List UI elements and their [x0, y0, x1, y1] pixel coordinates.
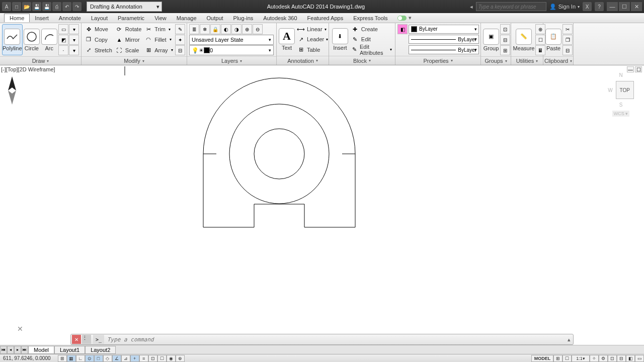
tab-insert[interactable]: Insert [30, 14, 54, 22]
move-button[interactable]: ✥Move [84, 24, 113, 34]
offset-icon[interactable]: ⊟ [175, 45, 185, 55]
group-button[interactable]: ▣ Group [483, 24, 499, 55]
copy-clip-icon[interactable]: ❐ [562, 35, 573, 45]
redo-icon[interactable]: ↷ [72, 2, 82, 11]
tab-home[interactable]: Home [4, 14, 30, 22]
tpy-toggle[interactable]: ⊡ [148, 355, 157, 362]
grid-toggle[interactable]: ▦ [67, 355, 76, 362]
panel-groups[interactable]: Groups [481, 56, 511, 65]
tab-manage[interactable]: Manage [172, 14, 202, 22]
cut-icon[interactable]: ✂ [562, 24, 573, 34]
panel-properties[interactable]: Properties [395, 56, 480, 65]
editattrs-button[interactable]: ✎Edit Attributes▾ [350, 45, 393, 55]
matchprops-icon[interactable]: ◧ [397, 24, 408, 34]
mirror-button[interactable]: ▲Mirror [114, 35, 142, 45]
tab-output[interactable]: Output [202, 14, 228, 22]
undo-icon[interactable]: ↶ [62, 2, 71, 11]
arc-button[interactable]: Arc [41, 24, 57, 55]
otrack-toggle[interactable]: ∠ [112, 355, 121, 362]
command-line[interactable]: ✕ ⋮ >_ ▴ [70, 334, 574, 345]
palette-close-icon[interactable]: ✕ [17, 325, 23, 333]
close-button[interactable]: ✕ [631, 2, 642, 11]
table-button[interactable]: ⊞Table [296, 45, 329, 55]
cmd-close-icon[interactable]: ✕ [72, 335, 81, 344]
ortho-toggle[interactable]: ∟ [76, 355, 85, 362]
signin-button[interactable]: 👤Sign In▾ [549, 4, 580, 10]
trim-button[interactable]: ✂Trim▾ [143, 24, 174, 34]
print-icon[interactable]: ⎙ [52, 2, 61, 11]
panel-layers[interactable]: Layers [187, 56, 276, 65]
vp-minimize-icon[interactable]: — [627, 66, 634, 72]
sc-toggle[interactable]: ◉ [167, 355, 176, 362]
polar-toggle[interactable]: ⊙ [85, 355, 94, 362]
circle-button[interactable]: Circle [24, 24, 40, 55]
save-icon[interactable]: 💾 [32, 2, 41, 11]
layerprops-icon[interactable]: ≣ [189, 24, 199, 34]
dd3[interactable]: ▾ [69, 45, 79, 55]
dyn-toggle[interactable]: + [130, 355, 139, 362]
clean-toggle[interactable]: ▭ [635, 355, 644, 362]
panel-block[interactable]: Block [329, 56, 395, 65]
linetype-dropdown[interactable]: ByLayer [409, 45, 479, 54]
qp-toggle[interactable]: ☐ [157, 355, 167, 362]
drawing-viewport[interactable]: [-][Top][2D Wireframe] N W TOP S W [0, 65, 644, 336]
panel-annotation[interactable]: Annotation [277, 56, 329, 65]
exchange-icon[interactable]: X [583, 2, 592, 11]
tab-annotate[interactable]: Annotate [54, 14, 86, 22]
panel-modify[interactable]: Modify [82, 56, 187, 65]
scale-button[interactable]: ⛶Scale [114, 45, 142, 55]
panel-clipboard[interactable]: Clipboard [543, 56, 573, 65]
stretch-button[interactable]: ⤢Stretch [84, 45, 113, 55]
maximize-button[interactable]: ☐ [619, 2, 630, 11]
copy-button[interactable]: ❐Copy [84, 35, 113, 45]
polyline-button[interactable]: Polyline [2, 24, 23, 55]
tab-layout[interactable]: Layout [86, 14, 113, 22]
cmd-history-icon[interactable]: ▴ [565, 336, 573, 343]
text-button[interactable]: A Text [279, 24, 295, 55]
scale-dd[interactable]: 1:1▾ [572, 355, 590, 362]
point-icon[interactable]: · [58, 45, 68, 55]
minimize-button[interactable]: — [607, 2, 618, 11]
explode-icon[interactable]: ✦ [175, 35, 185, 45]
saveas-icon[interactable]: 💾 [42, 2, 51, 11]
color-dropdown[interactable]: ByLayer [409, 25, 479, 34]
measure-button[interactable]: 📏 Measure [513, 24, 534, 55]
tab-next-icon[interactable]: ▸ [14, 346, 21, 354]
panel-utilities[interactable]: Utilities [511, 56, 543, 65]
paste-button[interactable]: 📋 Paste [545, 24, 561, 55]
cmd-handle-icon[interactable]: ⋮ [82, 335, 91, 344]
help-icon[interactable]: ? [595, 2, 604, 11]
rect-icon[interactable]: ▭ [58, 24, 68, 34]
create-button[interactable]: ✚Create [350, 24, 393, 34]
am-toggle[interactable]: ⊕ [176, 355, 185, 362]
command-input[interactable] [104, 335, 565, 344]
dd2[interactable]: ▾ [69, 35, 79, 45]
leader-button[interactable]: ↗Leader▾ [296, 34, 329, 44]
tab-layout1[interactable]: Layout1 [54, 346, 85, 354]
fillet-button[interactable]: ◠Fillet▾ [143, 35, 174, 45]
model-pill[interactable]: MODEL [531, 355, 553, 362]
array-button[interactable]: ⊞Array▾ [143, 45, 174, 55]
layer-dropdown[interactable]: 💡☀0 [189, 45, 274, 55]
viewcube-wcs[interactable]: WCS ▾ [612, 111, 630, 117]
rotate-button[interactable]: ⟳Rotate [114, 24, 142, 34]
workspace-dropdown[interactable]: Drafting & Annotation [87, 2, 162, 12]
lwt-toggle[interactable]: ≡ [139, 355, 148, 362]
new-icon[interactable]: □ [12, 2, 21, 11]
editblock-button[interactable]: ✎Edit [350, 34, 393, 44]
tab-view[interactable]: View [149, 14, 172, 22]
tab-model[interactable]: Model [28, 346, 54, 354]
panel-draw[interactable]: Draw [0, 56, 81, 65]
tab-plugins[interactable]: Plug-ins [228, 14, 259, 22]
osnap-toggle[interactable]: □ [94, 355, 103, 362]
hatch-icon[interactable]: ◩ [58, 35, 68, 45]
3dosnap-toggle[interactable]: ◇ [103, 355, 112, 362]
insertblock-button[interactable]: ⬇ Insert [331, 24, 349, 55]
tab-last-icon[interactable]: ⏭ [21, 346, 28, 354]
linear-button[interactable]: ⟷Linear▾ [296, 24, 329, 34]
tab-first-icon[interactable]: ⏮ [0, 346, 7, 354]
app-menu-icon[interactable]: A [2, 2, 11, 11]
tab-parametric[interactable]: Parametric [113, 14, 149, 22]
tab-360[interactable]: Autodesk 360 [258, 14, 302, 22]
layerstate-dropdown[interactable]: Unsaved Layer State [189, 35, 274, 45]
